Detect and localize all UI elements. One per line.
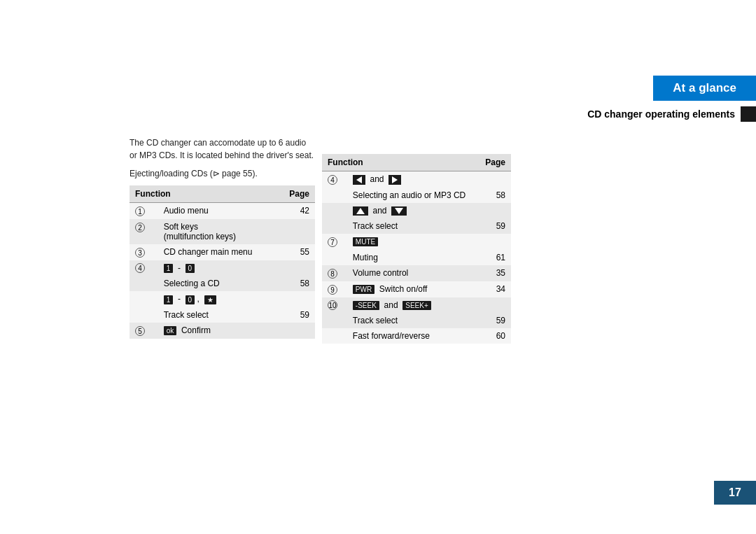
row-function: Muting — [347, 250, 478, 265]
row-num — [322, 218, 347, 234]
badge-mute: MUTE — [353, 237, 378, 246]
right-col-function: Function — [322, 154, 478, 171]
badge-1b: 1 — [164, 295, 174, 304]
row-num: 9 — [322, 281, 347, 297]
row-function: 1 - 0 , ★ — [158, 291, 278, 307]
row-num: 10 — [322, 297, 347, 314]
row-function: and — [347, 203, 478, 218]
row-num: 7 — [322, 234, 347, 250]
row-num — [130, 276, 158, 291]
table-row: Selecting an audio or MP3 CD 58 — [322, 188, 511, 203]
row-function: Selecting an audio or MP3 CD — [347, 188, 478, 203]
table-row: 1 Audio menu 42 — [130, 203, 315, 219]
row-num — [322, 313, 347, 328]
table-row: Track select 59 — [130, 307, 315, 323]
table-row: Muting 61 — [322, 250, 511, 265]
badge-down-arrow — [391, 206, 407, 216]
badge-0: 0 — [186, 264, 195, 273]
circle-num-r9: 9 — [328, 285, 337, 295]
page-number: 17 — [714, 481, 756, 505]
table-row: 5 ok Confirm — [130, 323, 315, 339]
badge-pwr: PWR — [353, 285, 374, 294]
row-num — [322, 328, 347, 344]
badge-star: ★ — [204, 295, 216, 304]
down-arrow-icon — [395, 208, 403, 214]
row-page: 61 — [478, 250, 511, 265]
row-page: 59 — [278, 307, 316, 323]
row-function: CD changer main menu — [158, 244, 278, 260]
badge-1: 1 — [164, 264, 174, 273]
left-arrow-icon — [356, 176, 362, 183]
row-function: Fast forward/reverse — [347, 328, 478, 344]
table-row: Track select 59 — [322, 218, 511, 234]
table-row: Track select 59 — [322, 313, 511, 328]
at-a-glance-banner: At a glance — [653, 76, 756, 101]
row-num: 1 — [130, 203, 158, 219]
circle-num-r10: 10 — [328, 300, 337, 310]
row-num: 4 — [322, 171, 347, 188]
row-page: 42 — [278, 203, 316, 219]
row-page: 34 — [478, 281, 511, 297]
circle-num-1: 1 — [135, 206, 145, 216]
left-col-function: Function — [130, 185, 278, 203]
left-table-header-row: Function Page — [130, 185, 315, 203]
badge-ok: ok — [164, 326, 177, 335]
row-page: 59 — [478, 218, 511, 234]
badge-seek-plus: SEEK+ — [402, 301, 431, 310]
row-num: 8 — [322, 265, 347, 281]
row-page: 55 — [278, 244, 316, 260]
up-arrow-icon — [356, 208, 365, 214]
row-function: Track select — [347, 313, 478, 328]
circle-num-4: 4 — [135, 263, 145, 273]
row-page: 59 — [478, 313, 511, 328]
circle-num-3: 3 — [135, 248, 145, 258]
row-num: 4 — [130, 260, 158, 276]
row-page: 60 — [478, 328, 511, 344]
row-function: Selecting a CD — [158, 276, 278, 291]
row-function: 1 - 0 — [158, 260, 278, 276]
row-page: 58 — [278, 276, 316, 291]
row-num: 2 — [130, 219, 158, 244]
table-row: 1 - 0 , ★ — [130, 291, 315, 307]
row-num: 5 — [130, 323, 158, 339]
row-function: Audio menu — [158, 203, 278, 219]
badge-right-arrow — [388, 175, 401, 185]
table-row: Fast forward/reverse 60 — [322, 328, 511, 344]
row-page — [478, 171, 511, 188]
right-col-page: Page — [478, 154, 511, 171]
row-function: -SEEK and SEEK+ — [347, 297, 478, 314]
row-function: ok Confirm — [158, 323, 278, 339]
table-row: and — [322, 203, 511, 218]
section-title-bar — [741, 106, 756, 122]
circle-num-2: 2 — [135, 223, 145, 232]
circle-num-r7: 7 — [328, 237, 337, 247]
section-title-container: CD changer operating elements — [587, 106, 756, 122]
badge-seek-minus: -SEEK — [353, 301, 379, 310]
badge-0b: 0 — [186, 295, 195, 304]
circle-num-r4: 4 — [328, 175, 337, 185]
circle-num-r8: 8 — [328, 269, 337, 279]
row-num — [130, 307, 158, 323]
table-row: 9 PWR Switch on/off 34 — [322, 281, 511, 297]
row-page — [278, 323, 316, 339]
row-function: PWR Switch on/off — [347, 281, 478, 297]
body-paragraph-1: The CD changer can accomodate up to 6 au… — [130, 136, 315, 162]
row-num — [130, 291, 158, 307]
row-page — [478, 203, 511, 218]
body-paragraph-2: Ejecting/loading CDs (⊳ page 55). — [130, 167, 315, 180]
left-col-page: Page — [278, 185, 316, 203]
row-num — [322, 203, 347, 218]
row-num: 3 — [130, 244, 158, 260]
table-row: 10 -SEEK and SEEK+ — [322, 297, 511, 314]
body-text-block: The CD changer can accomodate up to 6 au… — [130, 136, 315, 185]
row-num — [322, 250, 347, 265]
table-row: 7 MUTE — [322, 234, 511, 250]
table-row: 4 and — [322, 171, 511, 188]
badge-left-arrow — [353, 175, 365, 185]
row-page — [278, 219, 316, 244]
table-row: Selecting a CD 58 — [130, 276, 315, 291]
table-row: 4 1 - 0 — [130, 260, 315, 276]
table-row: 2 Soft keys(multifunction keys) — [130, 219, 315, 244]
row-page: 35 — [478, 265, 511, 281]
row-function: and — [347, 171, 478, 188]
